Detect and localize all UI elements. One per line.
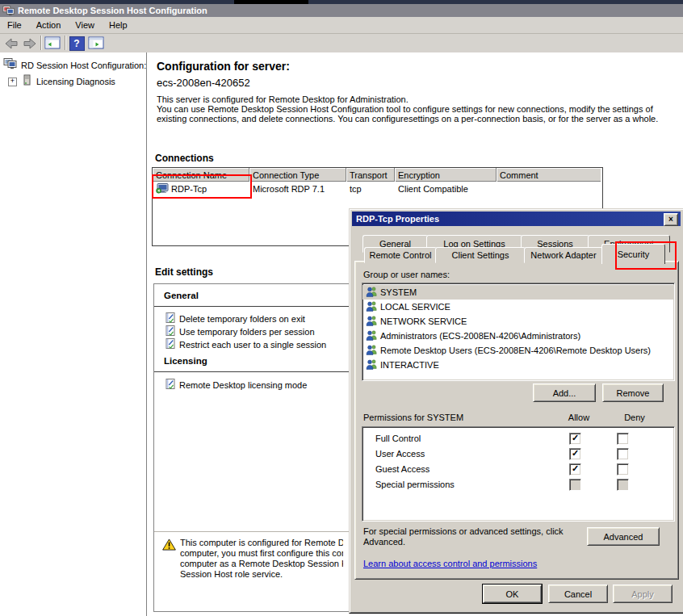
checkbox-full-control-allow[interactable]: [569, 433, 581, 445]
tree-child-label: Licensing Diagnosis: [36, 77, 115, 86]
tab-remote-control[interactable]: Remote Control: [364, 247, 437, 263]
checkbox-special-deny[interactable]: [617, 479, 629, 491]
column-header-connection-type[interactable]: Connection Type: [249, 168, 346, 182]
list-item-remote-desktop-users[interactable]: Remote Desktop Users (ECS-2008EN-4206\Re…: [362, 343, 674, 358]
warning-text: This computer is configured for Remote D…: [180, 538, 343, 580]
checkbox-user-access-allow[interactable]: [569, 448, 581, 460]
setting-item-restrict-single-session[interactable]: Restrict each user to a single session: [166, 338, 326, 350]
setting-item-licensing-mode[interactable]: Remote Desktop licensing mode: [166, 379, 307, 391]
users-icon: [366, 301, 377, 313]
tab-network-adapter[interactable]: Network Adapter: [524, 247, 603, 263]
security-tab-panel: Group or user names: SYSTEM LOCAL SERVIC…: [354, 261, 679, 580]
server-icon: [22, 74, 31, 89]
users-icon: [366, 287, 377, 299]
menu-item-file[interactable]: File: [0, 18, 29, 32]
checkbox-full-control-deny[interactable]: [617, 433, 629, 445]
list-item-administrators[interactable]: Administrators (ECS-2008EN-4206\Administ…: [362, 329, 674, 343]
table-row[interactable]: RDP-Tcp Microsoft RDP 7.1 tcp Client Com…: [153, 182, 602, 196]
list-item-network-service[interactable]: NETWORK SERVICE: [362, 314, 674, 329]
column-header-comment[interactable]: Comment: [497, 168, 601, 182]
tab-security[interactable]: Security: [601, 244, 665, 264]
column-header-encryption[interactable]: Encryption: [395, 168, 497, 182]
app-icon: [2, 5, 15, 16]
connections-heading: Connections: [155, 153, 214, 164]
cell-connection-type: Microsoft RDP 7.1: [253, 184, 325, 194]
warning-icon: [162, 538, 176, 554]
tree-root-item[interactable]: RD Session Host Configuration:: [3, 57, 146, 73]
users-icon: [366, 345, 377, 357]
ok-button[interactable]: OK: [483, 585, 542, 603]
setting-doc-icon: [166, 338, 175, 350]
checkbox-guest-access-deny[interactable]: [617, 463, 629, 476]
help-icon: [69, 36, 85, 51]
dialog-title: RDP-Tcp Properties: [356, 214, 439, 224]
cell-encryption: Client Compatible: [398, 184, 468, 194]
menu-item-view[interactable]: View: [68, 18, 102, 32]
cell-connection-name: RDP-Tcp: [171, 184, 207, 194]
show-console-tree-button[interactable]: [44, 36, 61, 51]
apply-button: Apply: [613, 585, 673, 603]
setting-doc-icon: [166, 325, 175, 337]
remove-button[interactable]: Remove: [602, 383, 664, 402]
users-icon: [366, 330, 377, 342]
description-line-1: This server is configured for Remote Des…: [157, 94, 409, 104]
setting-doc-icon: [166, 379, 175, 391]
tree-root-label: RD Session Host Configuration:: [21, 61, 146, 70]
users-icon: [366, 316, 377, 328]
menubar: File Action View Help: [0, 17, 683, 34]
console-tree-panel: RD Session Host Configuration: Licensing…: [0, 52, 147, 616]
show-action-pane-button[interactable]: [88, 36, 104, 51]
add-button[interactable]: Add...: [533, 383, 596, 402]
permissions-for-label: Permissions for SYSTEM: [363, 413, 463, 422]
rdp-tcp-properties-dialog: RDP-Tcp Properties General Log on Settin…: [349, 208, 683, 614]
list-item-local-service[interactable]: LOCAL SERVICE: [362, 300, 674, 314]
tree-item-licensing-diagnosis[interactable]: Licensing Diagnosis: [8, 74, 115, 89]
permission-full-control: Full Control: [375, 434, 421, 443]
advanced-hint-line-2: Advanced.: [363, 537, 405, 547]
settings-group-general: General: [164, 291, 199, 300]
help-button[interactable]: [69, 36, 85, 51]
permission-special-permissions: Special permissions: [375, 480, 455, 489]
list-item-system[interactable]: SYSTEM: [362, 285, 674, 300]
rdp-connection-icon: [156, 183, 169, 195]
checkbox-special-allow[interactable]: [569, 479, 581, 491]
group-user-list[interactable]: SYSTEM LOCAL SERVICE NETWORK SERVICE Adm…: [362, 283, 675, 381]
checkbox-guest-access-allow[interactable]: [569, 463, 581, 476]
group-or-user-names-label: Group or user names:: [363, 270, 450, 279]
users-icon: [366, 359, 377, 371]
edit-settings-heading: Edit settings: [155, 266, 213, 278]
server-name: ecs-2008en-420652: [157, 77, 250, 89]
setting-item-use-temp-folders[interactable]: Use temporary folders per session: [166, 325, 315, 337]
settings-group-licensing: Licensing: [164, 356, 207, 366]
toolbar: [0, 34, 683, 53]
window-title: Remote Desktop Session Host Configuratio…: [18, 6, 207, 15]
back-button[interactable]: [3, 36, 19, 51]
dialog-titlebar[interactable]: RDP-Tcp Properties: [352, 212, 681, 226]
allow-column-label: Allow: [564, 413, 593, 422]
permission-guest-access: Guest Access: [375, 464, 429, 474]
learn-about-access-link[interactable]: Learn about access control and permissio…: [363, 559, 537, 568]
close-icon[interactable]: [664, 213, 678, 226]
description-line-3: existing connections, and delete connect…: [157, 114, 658, 124]
menu-item-help[interactable]: Help: [102, 18, 135, 32]
checkbox-user-access-deny[interactable]: [617, 448, 629, 460]
column-header-transport[interactable]: Transport: [346, 168, 395, 182]
expand-toggle-icon[interactable]: [8, 78, 17, 86]
deny-column-label: Deny: [620, 413, 649, 422]
window-titlebar: Remote Desktop Session Host Configuratio…: [0, 4, 683, 17]
rd-config-icon: [3, 57, 18, 73]
cancel-button[interactable]: Cancel: [548, 585, 608, 603]
forward-button[interactable]: [22, 36, 38, 51]
description-line-2: You can use Remote Desktop Session Host …: [157, 104, 653, 114]
tab-client-settings[interactable]: Client Settings: [435, 247, 526, 263]
connections-table-header: Connection Name Connection Type Transpor…: [153, 168, 602, 182]
setting-item-delete-temp-folders[interactable]: Delete temporary folders on exit: [166, 312, 305, 325]
advanced-button[interactable]: Advanced: [587, 527, 660, 546]
permissions-list[interactable]: Full Control User Access Guest Access Sp…: [362, 426, 675, 522]
permission-user-access: User Access: [375, 449, 425, 459]
column-header-connection-name[interactable]: Connection Name: [153, 168, 249, 182]
toolbar-separator: [40, 36, 41, 50]
list-item-interactive[interactable]: INTERACTIVE: [362, 358, 674, 372]
menu-item-action[interactable]: Action: [29, 18, 69, 32]
cell-transport: tcp: [350, 184, 362, 194]
